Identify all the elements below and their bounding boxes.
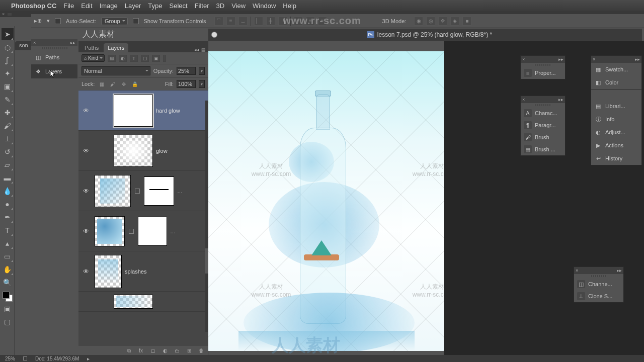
menu-file[interactable]: File: [63, 2, 74, 10]
filter-kind-dropdown[interactable]: ⌕Kind: [82, 54, 105, 62]
screen-mode-icon[interactable]: ▢: [2, 316, 14, 328]
doc-tab-behind[interactable]: son: [15, 41, 32, 50]
color-swatch[interactable]: [3, 292, 13, 302]
layer-thumbnail[interactable]: [114, 295, 153, 309]
libraries-panel-button[interactable]: ▤Librari...: [591, 100, 641, 113]
panel-collapse-icon[interactable]: ◂◂: [194, 47, 199, 52]
menu-3d[interactable]: 3D: [216, 2, 225, 10]
healing-brush-tool[interactable]: ✚: [2, 107, 14, 119]
tool-preset-dropdown-icon[interactable]: ▾: [47, 18, 50, 24]
app-name[interactable]: Photoshop CC: [11, 2, 56, 10]
brush-tool[interactable]: 🖌: [2, 120, 14, 132]
visibility-icon[interactable]: 👁: [80, 188, 92, 195]
type-tool[interactable]: T: [2, 224, 14, 236]
path-select-tool[interactable]: ▴: [2, 237, 14, 249]
quick-mask-icon[interactable]: ▣: [2, 303, 14, 315]
mask-thumbnail[interactable]: [144, 176, 174, 206]
menu-help[interactable]: Help: [283, 2, 296, 10]
dist-top-icon[interactable]: ≡: [294, 17, 303, 26]
brush-presets-panel-button[interactable]: ▤Brush ...: [521, 143, 565, 155]
eyedropper-tool[interactable]: ✎: [2, 94, 14, 106]
filter-type-icon[interactable]: T: [130, 55, 138, 62]
tab-paths[interactable]: Paths: [80, 43, 103, 52]
swatches-panel-button[interactable]: ▦Swatch...: [591, 63, 641, 76]
eraser-tool[interactable]: ▱: [2, 159, 14, 171]
show-transform-checkbox[interactable]: [133, 18, 139, 24]
layer-row[interactable]: 👁 …: [78, 171, 208, 211]
menu-select[interactable]: Select: [169, 2, 187, 10]
menu-image[interactable]: Image: [100, 2, 118, 10]
properties-panel-button[interactable]: ≡Proper...: [521, 67, 565, 79]
dock-collapse-icon[interactable]: ▸▸: [70, 40, 75, 45]
add-mask-icon[interactable]: ◻: [149, 347, 156, 354]
menu-edit[interactable]: Edit: [81, 2, 92, 10]
menu-filter[interactable]: Filter: [195, 2, 209, 10]
fx-icon[interactable]: fx: [137, 347, 144, 354]
fill-arrow-icon[interactable]: ▾: [199, 80, 205, 88]
menu-view[interactable]: View: [231, 2, 246, 10]
opacity-arrow-icon[interactable]: ▾: [199, 67, 205, 75]
3d-zoom-icon[interactable]: ■: [462, 17, 471, 26]
menu-type[interactable]: Type: [148, 2, 162, 10]
panel-expand-icon[interactable]: ▸▸: [617, 268, 622, 273]
mask-link-icon[interactable]: [135, 189, 140, 194]
new-layer-icon[interactable]: ⊞: [186, 347, 193, 354]
lock-all-icon[interactable]: 🔒: [131, 80, 139, 87]
panel-expand-icon[interactable]: ▸▸: [558, 97, 564, 102]
brush-panel-button[interactable]: 🖌Brush: [521, 131, 565, 143]
magic-wand-tool[interactable]: ✦: [2, 67, 14, 79]
blur-tool[interactable]: 💧: [2, 185, 14, 197]
document-title[interactable]: lesson 7.psd @ 25% (hard glow, RGB/8*) *: [377, 31, 492, 38]
dist-vcenter-icon[interactable]: ≡: [306, 17, 315, 26]
align-hcenter-icon[interactable]: ┼: [266, 17, 275, 26]
filter-adjustment-icon[interactable]: ◐: [119, 55, 127, 62]
panel-expand-icon[interactable]: ▸▸: [558, 57, 564, 62]
filter-shape-icon[interactable]: ▢: [141, 55, 149, 62]
status-arrow-icon[interactable]: [23, 356, 27, 360]
layer-thumbnail[interactable]: [95, 255, 122, 288]
filter-pixel-icon[interactable]: ▧: [108, 55, 116, 62]
new-group-icon[interactable]: 🗀: [174, 347, 181, 354]
status-menu-icon[interactable]: ▸: [87, 356, 90, 361]
layer-more-icon[interactable]: …: [177, 188, 183, 194]
panel-menu-icon[interactable]: ▤: [201, 47, 206, 52]
layer-row[interactable]: [78, 292, 208, 312]
canvas[interactable]: 人人素材www.rr-sc.com 人人素材www.rr-sc.com 人人素材…: [208, 51, 444, 351]
layer-row[interactable]: 👁 …: [78, 211, 208, 251]
move-tool[interactable]: ➤: [2, 28, 14, 40]
lock-position-icon[interactable]: ✥: [120, 80, 128, 87]
3d-pan-icon[interactable]: ✥: [438, 17, 447, 26]
panel-close-icon[interactable]: ×: [522, 97, 525, 102]
visibility-icon[interactable]: 👁: [80, 268, 92, 275]
blend-mode-dropdown[interactable]: Normal: [82, 66, 150, 75]
mask-link-icon[interactable]: [129, 229, 134, 234]
visibility-icon[interactable]: 👁: [80, 147, 92, 154]
3d-orbit-icon[interactable]: ◉: [414, 17, 423, 26]
channels-panel-button[interactable]: ◫Channe...: [574, 278, 623, 290]
clone-source-panel-button[interactable]: ⊥Clone S...: [574, 290, 623, 302]
auto-select-checkbox[interactable]: [55, 18, 61, 24]
dock-close-icon[interactable]: ×: [33, 40, 36, 45]
doc-size[interactable]: Doc: 15.4M/293.6M: [35, 356, 79, 361]
mask-thumbnail[interactable]: [138, 217, 167, 246]
dock-paths-button[interactable]: ◫Paths: [31, 50, 77, 64]
align-right-icon[interactable]: ▕: [278, 17, 287, 26]
layer-name[interactable]: splashes: [125, 268, 146, 275]
3d-roll-icon[interactable]: ◎: [426, 17, 435, 26]
hand-tool[interactable]: ✋: [2, 263, 14, 276]
marquee-tool[interactable]: ◌: [2, 41, 14, 53]
history-brush-tool[interactable]: ↺: [2, 146, 14, 158]
visibility-icon[interactable]: 👁: [80, 107, 92, 114]
history-panel-button[interactable]: ↩History: [591, 152, 641, 165]
filter-toggle[interactable]: [163, 55, 166, 62]
layer-row[interactable]: 👁 glow: [78, 131, 208, 171]
pen-tool[interactable]: ✒: [2, 211, 14, 223]
3d-slide-icon[interactable]: ◈: [450, 17, 459, 26]
clone-stamp-tool[interactable]: ⊥: [2, 133, 14, 145]
layer-row[interactable]: 👁 splashes: [78, 251, 208, 292]
align-bottom-icon[interactable]: ⎵: [238, 17, 248, 26]
close-icon[interactable]: ×: [2, 12, 5, 17]
color-panel-button[interactable]: ◧Color: [591, 76, 641, 89]
link-layers-icon[interactable]: ⧉: [125, 347, 132, 354]
layer-name[interactable]: hard glow: [156, 108, 180, 114]
